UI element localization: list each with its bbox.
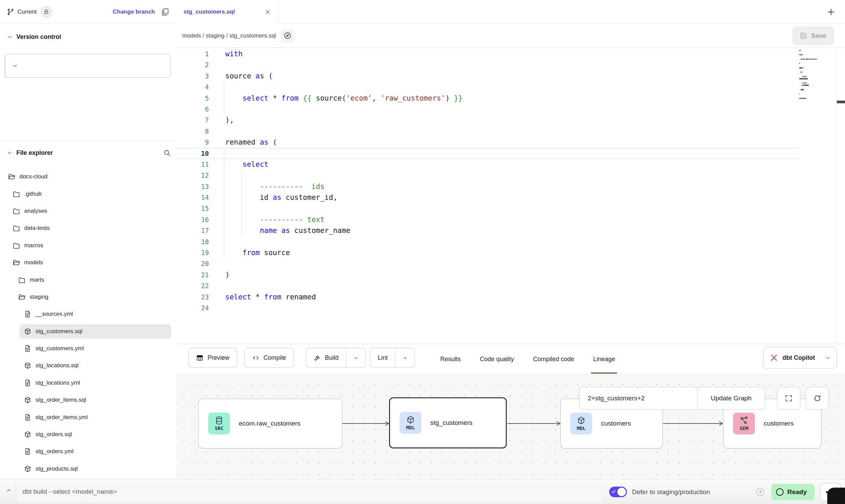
file-tree-item-stg_order_items.sql[interactable]: stg_order_items.sql — [0, 391, 176, 409]
compile-button[interactable]: Compile — [244, 348, 294, 368]
breadcrumb-row: models / staging / stg_customers.sql Sav… — [176, 24, 845, 48]
new-tab-button[interactable] — [825, 6, 837, 18]
status-badge: Ready — [771, 484, 815, 500]
chevron-down-icon — [825, 355, 830, 360]
file-explorer-header[interactable]: File explorer — [7, 146, 171, 160]
wrench-icon — [314, 354, 321, 361]
tab-lineage[interactable]: Lineage — [593, 344, 615, 374]
file-tree-item-macros[interactable]: macros — [0, 237, 176, 254]
file-tree-item-marts[interactable]: marts — [0, 271, 176, 288]
code-editor[interactable]: 123456789101112131415161718192021222324 … — [176, 48, 845, 344]
search-icon[interactable] — [163, 149, 171, 157]
minimap[interactable] — [799, 50, 833, 108]
lineage-node-stg_customers[interactable]: MDLstg_customers — [389, 397, 507, 448]
tab-stg-customers[interactable]: stg_customers.sql — [176, 0, 278, 24]
file-tree-item-models[interactable]: models — [0, 254, 176, 271]
file-tree-item-stg_orders.yml[interactable]: stg_orders.yml — [0, 443, 176, 460]
fullscreen-button[interactable] — [777, 387, 800, 410]
build-button[interactable]: Build — [306, 348, 366, 368]
lineage-selector[interactable] — [579, 387, 697, 410]
lineage-panel[interactable]: SRCecom.raw_customersMDLstg_customersMDL… — [176, 374, 845, 479]
code-line-10[interactable] — [225, 148, 777, 159]
file-tree-item-docs-cloud[interactable]: docs-cloud — [0, 168, 176, 185]
chevron-up-icon[interactable] — [5, 487, 12, 494]
code-line-14[interactable]: id as customer_id, — [225, 192, 777, 203]
lint-dropdown[interactable] — [395, 348, 415, 367]
file-tree-item-stg_orders.sql[interactable]: stg_orders.sql — [0, 426, 176, 443]
dbt-copilot-button[interactable]: dbt Copilot — [763, 347, 837, 369]
create-branch-dropdown[interactable] — [5, 54, 25, 77]
code-line-9[interactable]: renamed as ( — [225, 137, 777, 148]
lint-button[interactable]: Lint — [370, 348, 415, 368]
copilot-compass-icon[interactable] — [281, 29, 295, 43]
preview-button[interactable]: Preview — [188, 348, 237, 368]
folder-open-icon — [13, 259, 20, 266]
update-graph-button[interactable]: Update Graph — [697, 387, 765, 410]
save-label: Save — [811, 32, 826, 40]
code-line-16[interactable]: ---------- text — [225, 214, 777, 225]
refresh-button[interactable] — [806, 387, 829, 410]
code-line-5[interactable]: select * from {{ source('ecom', 'raw_cus… — [225, 93, 777, 104]
code-content[interactable]: withsource as ( select * from {{ source(… — [225, 48, 777, 313]
code-line-1[interactable]: with — [225, 48, 777, 59]
build-main[interactable]: Build — [306, 348, 346, 367]
file-icon — [24, 310, 31, 318]
file-tree-item-stg_customers.sql[interactable]: stg_customers.sql — [0, 323, 176, 340]
code-line-3[interactable]: source as ( — [225, 71, 777, 81]
code-line-12[interactable] — [225, 170, 777, 181]
file-explorer-title: File explorer — [16, 149, 53, 157]
file-tree-item-staging[interactable]: staging — [0, 288, 176, 306]
folder-icon — [13, 242, 20, 249]
save-button[interactable]: Save — [792, 26, 834, 45]
tab-results[interactable]: Results — [440, 344, 461, 374]
version-control-header[interactable]: Version control — [7, 30, 171, 44]
lineage-edge — [342, 421, 390, 426]
code-line-11[interactable]: select — [225, 159, 777, 170]
code-line-4[interactable] — [225, 81, 777, 92]
code-line-8[interactable] — [225, 126, 777, 137]
code-line-17[interactable]: name as customer_name — [225, 225, 777, 236]
file-tree-item-stg_customers.yml[interactable]: stg_customers.yml — [0, 340, 176, 357]
create-branch-button[interactable]: Create branch — [5, 54, 171, 78]
dbt-cloud-ide: Current Change branch Version control Cr… — [0, 0, 845, 504]
file-tree-item-stg_locations.sql[interactable]: stg_locations.sql — [0, 357, 176, 374]
lint-main[interactable]: Lint — [370, 348, 395, 367]
code-line-6[interactable] — [225, 104, 777, 115]
code-line-15[interactable] — [225, 203, 777, 214]
close-icon[interactable] — [265, 9, 271, 15]
folder-icon — [13, 224, 20, 232]
file-tree-item-__sources.yml[interactable]: __sources.yml — [0, 306, 176, 323]
code-line-22[interactable] — [225, 280, 777, 291]
code-line-13[interactable]: ---------- ids — [225, 181, 777, 192]
folder-icon — [13, 207, 20, 215]
change-branch-link[interactable]: Change branch — [113, 9, 155, 15]
file-tree-item-analyses[interactable]: analyses — [0, 203, 176, 220]
file-tree-item-data-tests[interactable]: data-tests — [0, 220, 176, 237]
code-line-23[interactable]: select * from renamed — [225, 292, 777, 302]
code-icon — [252, 354, 259, 361]
indent-guide — [224, 148, 224, 258]
code-line-20[interactable] — [225, 258, 777, 269]
folder-open-icon — [18, 293, 26, 301]
code-line-18[interactable] — [225, 236, 777, 247]
copy-icon[interactable] — [161, 8, 169, 16]
code-line-7[interactable]: ), — [225, 115, 777, 125]
code-line-21[interactable]: ) — [225, 269, 777, 280]
file-tree-item-stg_order_items.yml[interactable]: stg_order_items.yml — [0, 409, 176, 426]
code-line-19[interactable]: from source — [225, 247, 777, 258]
defer-toggle[interactable] — [609, 487, 627, 497]
file-tree-item-stg_locations.yml[interactable]: stg_locations.yml — [0, 374, 176, 391]
command-input[interactable]: dbt build --select <model_name> — [17, 481, 602, 502]
code-line-24[interactable] — [225, 302, 777, 313]
file-tree-item-stg_products.sql[interactable]: stg_products.sql — [0, 460, 176, 477]
code-line-2[interactable] — [225, 59, 777, 70]
lineage-selector-input[interactable] — [579, 394, 691, 402]
help-icon[interactable]: ? — [756, 488, 764, 496]
build-dropdown[interactable] — [346, 348, 366, 367]
tab-code-quality[interactable]: Code quality — [480, 344, 514, 374]
chat-widget-corner[interactable] — [827, 488, 845, 504]
file-tree-item-.github[interactable]: .github — [0, 185, 176, 202]
lineage-node-ecom.raw_customers[interactable]: SRCecom.raw_customers — [198, 399, 342, 448]
tab-compiled-code[interactable]: Compiled code — [533, 344, 574, 374]
overview-ruler[interactable] — [835, 48, 836, 344]
